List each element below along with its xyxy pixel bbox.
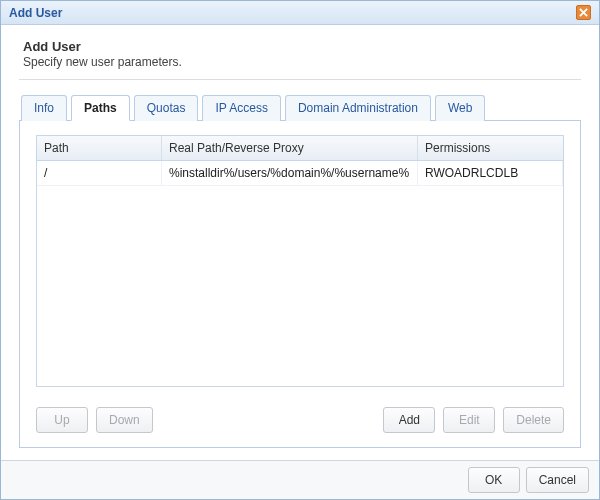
tab-quotas[interactable]: Quotas bbox=[134, 95, 199, 121]
paths-grid: Path Real Path/Reverse Proxy Permissions… bbox=[36, 135, 564, 387]
col-header-permissions[interactable]: Permissions bbox=[418, 136, 563, 160]
order-buttons: Up Down bbox=[36, 407, 153, 433]
tab-domain-admin[interactable]: Domain Administration bbox=[285, 95, 431, 121]
ok-button[interactable]: OK bbox=[468, 467, 520, 493]
grid-header: Path Real Path/Reverse Proxy Permissions bbox=[37, 136, 563, 161]
add-button[interactable]: Add bbox=[383, 407, 435, 433]
tab-body-paths: Path Real Path/Reverse Proxy Permissions… bbox=[19, 121, 581, 448]
cell-permissions: RWOADRLCDLB bbox=[418, 161, 563, 185]
tab-web[interactable]: Web bbox=[435, 95, 485, 121]
grid-buttons: Up Down Add Edit Delete bbox=[36, 407, 564, 433]
page-subtitle: Specify new user parameters. bbox=[23, 55, 577, 69]
col-header-path[interactable]: Path bbox=[37, 136, 162, 160]
dialog-footer: OK Cancel bbox=[1, 460, 599, 499]
cell-real-path: %installdir%/users/%domain%/%username% bbox=[162, 161, 418, 185]
crud-buttons: Add Edit Delete bbox=[383, 407, 564, 433]
grid-rows[interactable]: / %installdir%/users/%domain%/%username%… bbox=[37, 161, 563, 386]
header-block: Add User Specify new user parameters. bbox=[19, 35, 581, 80]
dialog-content: Add User Specify new user parameters. In… bbox=[1, 25, 599, 460]
down-button[interactable]: Down bbox=[96, 407, 153, 433]
titlebar: Add User bbox=[1, 1, 599, 25]
close-icon bbox=[579, 8, 588, 17]
table-row[interactable]: / %installdir%/users/%domain%/%username%… bbox=[37, 161, 563, 186]
edit-button[interactable]: Edit bbox=[443, 407, 495, 433]
close-button[interactable] bbox=[576, 5, 591, 20]
window-title: Add User bbox=[9, 6, 62, 20]
page-title: Add User bbox=[23, 39, 577, 54]
col-header-real-path[interactable]: Real Path/Reverse Proxy bbox=[162, 136, 418, 160]
up-button[interactable]: Up bbox=[36, 407, 88, 433]
tab-ip-access[interactable]: IP Access bbox=[202, 95, 280, 121]
cell-path: / bbox=[37, 161, 162, 185]
delete-button[interactable]: Delete bbox=[503, 407, 564, 433]
tab-info[interactable]: Info bbox=[21, 95, 67, 121]
tab-paths[interactable]: Paths bbox=[71, 95, 130, 121]
cancel-button[interactable]: Cancel bbox=[526, 467, 589, 493]
tabs: Info Paths Quotas IP Access Domain Admin… bbox=[19, 94, 581, 121]
add-user-dialog: Add User Add User Specify new user param… bbox=[0, 0, 600, 500]
